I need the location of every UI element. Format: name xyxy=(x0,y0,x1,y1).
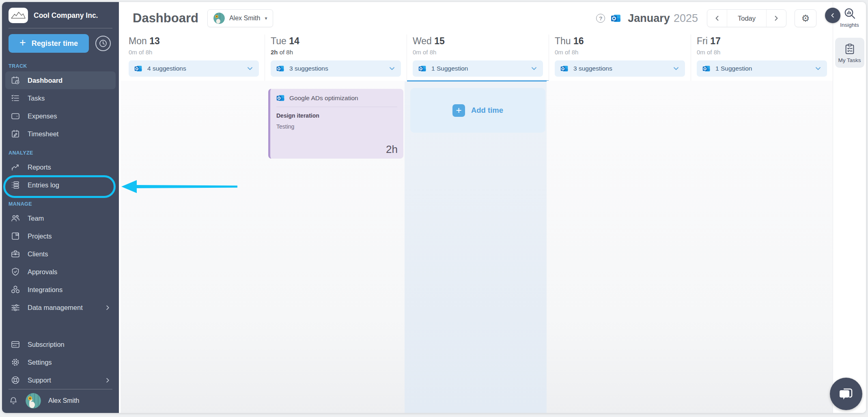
day-header: Fri 17 0m of 8h 1 Suggestion xyxy=(694,34,829,81)
user-filter-dropdown[interactable]: Alex Smith ▾ xyxy=(207,9,274,27)
add-time-button[interactable]: + Add time xyxy=(410,88,545,133)
logged-time: 0m xyxy=(555,49,563,56)
sidebar-item-integrations[interactable]: Integrations xyxy=(5,281,116,299)
logged-time: 0m xyxy=(413,49,421,56)
shield-check-icon xyxy=(10,267,21,277)
section-analyze: ANALYZE xyxy=(2,143,119,158)
credit-card-icon xyxy=(10,339,21,350)
suggestions-label: 1 Suggestion xyxy=(715,65,752,72)
checklist-icon xyxy=(10,93,21,103)
suggestions-dropdown[interactable]: 1 Suggestion xyxy=(413,60,543,77)
logged-time: 2h xyxy=(271,49,278,56)
day-header: Wed 15 0m of 8h 1 Suggestion xyxy=(410,34,545,82)
insights-tab[interactable]: Insights xyxy=(840,7,859,28)
day-name: Fri xyxy=(697,36,708,46)
sidebar-item-label: Approvals xyxy=(28,268,57,276)
my-tasks-label: My Tasks xyxy=(838,57,861,63)
sidebar-item-label: Expenses xyxy=(28,112,57,120)
sidebar-item-tasks[interactable]: Tasks xyxy=(5,89,116,107)
target-time: of 8h xyxy=(280,49,293,56)
cubes-icon xyxy=(10,284,21,295)
suggestions-label: 1 Suggestion xyxy=(431,65,468,72)
book-bookmark-icon xyxy=(10,231,21,241)
next-week-button[interactable] xyxy=(767,10,786,27)
day-name: Wed xyxy=(413,36,432,46)
collapse-panel-button[interactable] xyxy=(825,8,840,23)
suggestions-label: 3 suggestions xyxy=(573,65,612,72)
outlook-icon xyxy=(702,64,711,73)
my-tasks-tab[interactable]: My Tasks xyxy=(835,38,864,68)
sidebar-item-clients[interactable]: Clients xyxy=(5,245,116,263)
page-title: Dashboard xyxy=(133,11,198,26)
company-name: Cool Company Inc. xyxy=(34,11,98,20)
day-name: Tue xyxy=(271,36,286,46)
main-content: Dashboard Alex Smith ▾ ? January2025 Tod… xyxy=(119,2,833,413)
chevron-down-icon xyxy=(389,65,395,72)
day-body[interactable]: Google ADs optimization Design iteration… xyxy=(263,81,409,413)
sidebar-item-team[interactable]: Team xyxy=(5,209,116,227)
day-number: 13 xyxy=(149,36,160,46)
chevron-down-icon xyxy=(531,65,537,72)
logged-time: 0m xyxy=(129,49,137,56)
target-time: of 8h xyxy=(565,49,578,56)
target-time: of 8h xyxy=(139,49,152,56)
prev-week-button[interactable] xyxy=(707,10,727,27)
section-track: TRACK xyxy=(2,56,119,71)
bell-icon[interactable] xyxy=(9,396,18,406)
user-avatar[interactable] xyxy=(26,393,41,408)
calendar-clock-icon xyxy=(10,75,21,86)
sidebar-item-support[interactable]: Support xyxy=(5,371,116,389)
suggestions-dropdown[interactable]: 1 Suggestion xyxy=(697,60,827,77)
calendar-settings-button[interactable]: ⚙ xyxy=(795,9,816,27)
sidebar-item-reports[interactable]: Reports xyxy=(5,158,116,176)
sidebar-item-label: Tasks xyxy=(28,95,45,102)
day-column-wed-today: Wed 15 0m of 8h 1 Suggestion + Add time xyxy=(407,34,549,413)
target-time: of 8h xyxy=(423,49,436,56)
day-header: Thu 16 0m of 8h 3 suggestions xyxy=(552,34,687,81)
sidebar-item-label: Settings xyxy=(28,359,52,366)
sidebar-item-projects[interactable]: Projects xyxy=(5,227,116,245)
sidebar-item-subscription[interactable]: Subscription xyxy=(5,335,116,353)
sidebar-item-label: Projects xyxy=(28,232,52,240)
outlook-icon xyxy=(134,64,142,73)
register-time-button[interactable]: + Register time xyxy=(9,34,89,53)
briefcase-icon xyxy=(10,249,21,259)
day-column-mon: Mon 13 0m of 8h 4 suggestions xyxy=(123,34,265,413)
day-column-thu: Thu 16 0m of 8h 3 suggestions xyxy=(549,34,691,413)
sidebar-item-settings[interactable]: Settings xyxy=(5,353,116,371)
sidebar-item-label: Reports xyxy=(28,163,51,171)
sidebar-item-dashboard[interactable]: Dashboard xyxy=(5,71,116,89)
current-period: January2025 xyxy=(628,12,698,25)
sidebar-item-label: Timesheet xyxy=(28,130,58,138)
timer-clock-button[interactable] xyxy=(95,36,111,51)
sidebar-item-expenses[interactable]: Expenses xyxy=(5,107,116,125)
time-entry-card[interactable]: Google ADs optimization Design iteration… xyxy=(268,89,403,159)
day-body[interactable] xyxy=(689,81,835,413)
sidebar-item-timesheet[interactable]: Timesheet xyxy=(5,125,116,143)
plus-icon: + xyxy=(19,37,26,48)
chat-widget-button[interactable] xyxy=(830,378,862,410)
sidebar-item-label: Team xyxy=(28,215,44,222)
user-filter-name: Alex Smith xyxy=(229,15,260,22)
day-body[interactable] xyxy=(547,81,693,413)
day-column-fri: Fri 17 0m of 8h 1 Suggestion xyxy=(691,34,833,413)
sidebar-item-data-management[interactable]: Data management xyxy=(5,299,116,316)
outlook-icon xyxy=(418,64,426,73)
day-number: 16 xyxy=(573,36,584,46)
day-body[interactable]: + Add time xyxy=(405,82,551,413)
chevron-left-icon xyxy=(830,13,836,18)
sidebar-item-label: Clients xyxy=(28,250,48,258)
month-name: January xyxy=(628,12,670,24)
sidebar-item-approvals[interactable]: Approvals xyxy=(5,263,116,281)
today-button[interactable]: Today xyxy=(727,10,766,27)
chevron-down-icon xyxy=(247,65,253,72)
help-icon[interactable]: ? xyxy=(596,14,605,23)
sidebar-user-name[interactable]: Alex Smith xyxy=(48,397,79,404)
day-name: Mon xyxy=(129,36,147,46)
day-body[interactable] xyxy=(121,81,267,413)
suggestions-dropdown[interactable]: 3 suggestions xyxy=(555,60,685,77)
suggestions-dropdown[interactable]: 3 suggestions xyxy=(271,60,401,77)
sidebar-item-entries-log[interactable]: Entries log xyxy=(5,176,116,194)
suggestions-dropdown[interactable]: 4 suggestions xyxy=(129,60,259,77)
gear-icon xyxy=(10,357,21,368)
